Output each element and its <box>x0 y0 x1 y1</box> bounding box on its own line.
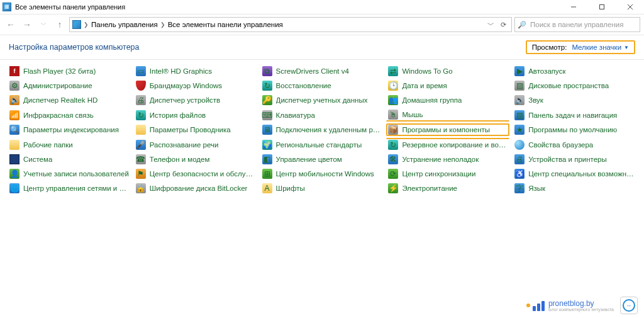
control-panel-item[interactable]: 🛠Устранение неполадок <box>386 153 509 166</box>
item-icon: ▶ <box>514 66 525 76</box>
watermark-subtext: Блог компьютерного энтузиаста <box>548 307 614 312</box>
control-panel-item[interactable]: 🕒Дата и время <box>386 79 509 92</box>
breadcrumb[interactable]: ❯ Панель управления ❯ Все элементы панел… <box>69 17 512 32</box>
control-panel-item[interactable]: ☎Телефон и модем <box>134 153 257 166</box>
control-panel-item[interactable]: 🌐Центр управления сетями и общи... <box>8 182 131 195</box>
item-icon: ★ <box>514 125 525 135</box>
control-panel-item[interactable]: ↻История файлов <box>134 108 257 122</box>
control-panel-item[interactable]: 🔍Параметры индексирования <box>8 123 131 136</box>
minimize-button[interactable] <box>559 0 587 14</box>
item-icon: f <box>9 66 19 76</box>
item-icon: 🌐 <box>9 183 19 193</box>
view-value[interactable]: Мелкие значки ▼ <box>572 43 629 51</box>
item-icon: ♿ <box>514 169 525 179</box>
control-panel-item[interactable]: 🔒Шифрование диска BitLocker <box>134 182 257 195</box>
item-icon: 🛠 <box>388 154 398 164</box>
control-panel-item[interactable]: ↻Восстановление <box>260 79 384 92</box>
item-label: Клавиатура <box>276 111 315 119</box>
control-panel-item[interactable]: ⚡Электропитание <box>386 182 509 195</box>
item-label: Дата и время <box>402 82 447 89</box>
item-label: Диспетчер Realtek HD <box>23 96 97 104</box>
divider <box>0 59 644 60</box>
up-button[interactable]: ↑ <box>53 18 67 31</box>
control-panel-item[interactable]: ⟳Центр синхронизации <box>386 168 509 180</box>
item-icon: 👤 <box>9 169 19 179</box>
control-panel-item[interactable]: ▥Панель задач и навигация <box>513 108 636 122</box>
control-panel-item[interactable]: Рабочие папки <box>8 138 131 151</box>
control-panel-item[interactable]: 🖨Диспетчер устройств <box>134 94 257 106</box>
item-icon: A <box>262 183 272 193</box>
item-icon: 📦 <box>388 125 398 135</box>
item-label: Инфракрасная связь <box>23 111 94 119</box>
address-dropdown-button[interactable]: ﹀ <box>485 19 496 30</box>
control-panel-item[interactable]: 📶Инфракрасная связь <box>8 108 131 122</box>
control-panel-item[interactable]: 👥Домашняя группа <box>386 94 509 106</box>
item-icon <box>9 140 19 150</box>
control-panel-item[interactable]: ↻Резервное копирование и восстан... <box>386 138 509 151</box>
control-panel-item[interactable]: ⇄Windows To Go <box>386 65 509 77</box>
maximize-button[interactable] <box>587 0 616 14</box>
search-box[interactable]: 🔍 <box>514 17 640 32</box>
control-panel-item[interactable]: ⊞Центр мобильности Windows <box>260 168 384 180</box>
control-panel-item[interactable]: Брандмауэр Windows <box>134 79 257 92</box>
item-icon: ↻ <box>136 110 146 120</box>
item-icon: 🔒 <box>136 183 146 193</box>
control-panel-item[interactable]: 🔊Диспетчер Realtek HD <box>8 94 131 106</box>
control-panel-item[interactable]: Свойства браузера <box>513 138 636 151</box>
item-label: Брандмауэр Windows <box>150 82 222 89</box>
item-label: Устройства и принтеры <box>528 156 607 163</box>
control-panel-item[interactable]: 🖥Подключения к удаленным рабоч... <box>260 123 384 136</box>
teamviewer-icon: ↔ <box>620 297 638 314</box>
recent-locations-button[interactable]: ﹀ <box>36 18 50 31</box>
item-icon: 🔊 <box>9 95 19 105</box>
control-panel-item[interactable]: 👤Учетные записи пользователей <box>8 168 131 180</box>
item-icon: ⇄ <box>388 66 398 76</box>
breadcrumb-segment[interactable]: Панель управления <box>91 21 158 28</box>
control-panel-item[interactable]: ◧Управление цветом <box>260 153 384 166</box>
control-panel-item[interactable]: 🎤Распознавание речи <box>134 138 257 151</box>
control-panel-item[interactable]: 🖱Мышь <box>386 108 509 122</box>
item-icon: 🖨 <box>514 154 525 164</box>
view-selector[interactable]: Просмотр: Мелкие значки ▼ <box>526 40 635 54</box>
item-label: Панель задач и навигация <box>528 111 617 119</box>
item-icon: ▧ <box>514 81 525 91</box>
control-panel-item[interactable]: 🌍Региональные стандарты <box>260 138 384 151</box>
control-panel-item[interactable]: 🖨Устройства и принтеры <box>513 153 636 166</box>
control-panel-item[interactable]: Параметры Проводника <box>134 123 257 136</box>
item-label: Flash Player (32 бита) <box>23 67 96 75</box>
control-panel-item[interactable]: ▶Автозапуск <box>513 65 636 77</box>
refresh-button[interactable]: ⟳ <box>497 19 509 30</box>
item-icon: ⌨ <box>262 110 272 120</box>
control-panel-item[interactable]: 🔑Диспетчер учетных данных <box>260 94 384 106</box>
control-panel-item[interactable]: ★Программы по умолчанию <box>513 123 636 136</box>
control-panel-item[interactable]: Система <box>8 153 131 166</box>
control-panel-item[interactable]: 🔊Звук <box>513 94 636 106</box>
addressbar: ← → ﹀ ↑ ❯ Панель управления ❯ Все элемен… <box>0 14 644 35</box>
breadcrumb-segment[interactable]: Все элементы панели управления <box>168 21 283 28</box>
control-panel-item[interactable]: ♿Центр специальных возможностей <box>513 168 636 180</box>
item-label: Шифрование диска BitLocker <box>150 185 248 192</box>
control-panel-item[interactable]: ▭Intel® HD Graphics <box>134 65 257 77</box>
control-panel-item[interactable]: 字Язык <box>513 182 636 195</box>
control-panel-item[interactable]: 📦Программы и компоненты <box>386 123 509 136</box>
forward-button[interactable]: → <box>20 18 34 31</box>
close-button[interactable] <box>616 0 644 14</box>
view-label: Просмотр: <box>532 43 567 51</box>
control-panel-item[interactable]: AШрифты <box>260 182 384 195</box>
control-panel-item[interactable]: fFlash Player (32 бита) <box>8 65 131 77</box>
control-panel-item[interactable]: ⚑Центр безопасности и обслужива... <box>134 168 257 180</box>
control-panel-item[interactable]: ⧉ScrewDrivers Client v4 <box>260 65 384 77</box>
search-input[interactable] <box>529 20 637 29</box>
back-button[interactable]: ← <box>4 18 18 31</box>
control-panel-item[interactable]: ⌨Клавиатура <box>260 108 384 122</box>
control-panel-item[interactable]: ⚙Администрирование <box>8 79 131 92</box>
window-title: Все элементы панели управления <box>15 3 125 11</box>
item-label: Электропитание <box>402 185 457 192</box>
item-icon: 🔍 <box>9 125 19 135</box>
item-icon: ▭ <box>136 66 146 76</box>
control-panel-item[interactable]: ▧Дисковые пространства <box>513 79 636 92</box>
chevron-right-icon: ❯ <box>84 21 89 28</box>
item-label: Резервное копирование и восстан... <box>402 141 508 149</box>
item-icon: ⧉ <box>262 66 272 76</box>
item-label: История файлов <box>150 111 206 119</box>
